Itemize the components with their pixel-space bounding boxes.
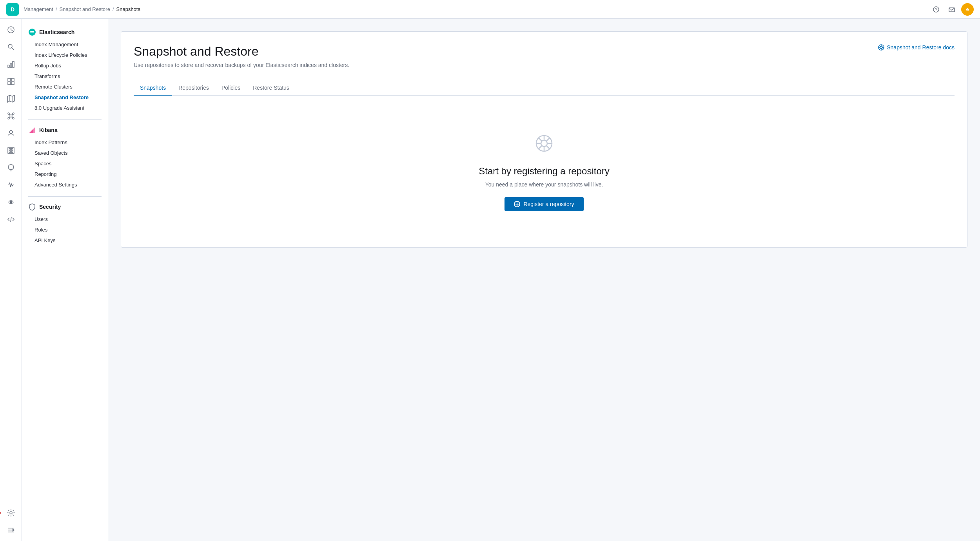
kibana-section-label: Kibana [39,127,58,133]
page-title: Snapshot and Restore [134,44,349,59]
rail-dashboard[interactable] [3,74,19,89]
rail-search[interactable] [3,39,19,55]
svg-rect-38 [30,31,34,32]
sidebar-item-remote-clusters[interactable]: Remote Clusters [22,81,108,92]
tabs-container: Snapshots Repositories Policies Restore … [134,81,955,96]
rail-settings[interactable] [3,505,19,521]
sidebar-section-header-elasticsearch: Elasticsearch [22,25,108,39]
rail-visualize[interactable] [3,56,19,72]
svg-point-33 [10,512,12,514]
rail-clock[interactable] [3,22,19,38]
register-repository-button[interactable]: Register a repository [505,197,583,211]
svg-point-49 [541,140,547,147]
empty-state-title: Start by registering a repository [479,166,609,177]
sidebar-divider-2 [28,196,102,197]
rail-apm[interactable] [3,177,19,193]
rail-menu[interactable] [3,522,19,538]
icon-rail [0,19,22,541]
breadcrumb-snapshot-restore[interactable]: Snapshot and Restore [60,6,110,12]
svg-point-17 [8,113,9,114]
svg-line-56 [546,138,550,141]
breadcrumb: Management / Snapshot and Restore / Snap… [24,6,140,12]
svg-rect-8 [13,62,14,67]
main-content: Snapshot and Restore Use repositories to… [108,19,980,541]
kibana-icon [28,126,36,134]
sidebar-item-advanced-settings[interactable]: Advanced Settings [22,179,108,190]
docs-link[interactable]: Snapshot and Restore docs [878,44,955,51]
sidebar-item-upgrade-assistant[interactable]: 8.0 Upgrade Assistant [22,103,108,113]
svg-text:?: ? [935,7,937,12]
svg-line-32 [11,217,11,222]
svg-line-23 [9,117,10,118]
tab-policies[interactable]: Policies [215,81,247,96]
title-area: Snapshot and Restore Use repositories to… [134,44,349,78]
sidebar-item-saved-objects[interactable]: Saved Objects [22,148,108,158]
svg-rect-30 [11,151,13,152]
rail-settings-container [3,505,19,521]
security-icon [28,203,36,211]
rail-dev-tools[interactable] [3,212,19,227]
register-btn-label: Register a repository [523,201,574,207]
sidebar-item-snapshot-and-restore[interactable]: Snapshot and Restore [22,92,108,103]
svg-line-22 [12,114,13,115]
sidebar-section-kibana: Kibana Index Patterns Saved Objects Spac… [22,123,108,190]
tab-restore-status[interactable]: Restore Status [247,81,296,96]
sidebar-section-security: Security Users Roles API Keys [22,200,108,246]
svg-marker-13 [7,95,15,102]
svg-point-18 [13,113,14,114]
rail-logs[interactable] [3,160,19,176]
sidebar-item-spaces[interactable]: Spaces [22,158,108,169]
svg-marker-41 [29,129,33,133]
sidebar-item-reporting[interactable]: Reporting [22,169,108,179]
rail-ml[interactable] [3,108,19,124]
elasticsearch-icon [28,28,36,36]
breadcrumb-current: Snapshots [116,6,140,12]
sidebar-item-transforms[interactable]: Transforms [22,71,108,81]
sidebar-item-index-patterns[interactable]: Index Patterns [22,137,108,148]
empty-state-subtitle: You need a place where your snapshots wi… [485,181,603,188]
svg-line-5 [12,48,14,50]
svg-line-24 [12,117,13,118]
svg-point-31 [10,201,12,203]
svg-rect-11 [8,82,11,85]
svg-rect-12 [11,82,14,85]
sidebar-divider-1 [28,119,102,120]
svg-rect-39 [30,33,34,33]
svg-line-55 [546,146,550,149]
svg-rect-9 [8,78,11,81]
svg-rect-6 [8,65,9,67]
sidebar-item-users[interactable]: Users [22,214,108,224]
rail-uptime[interactable] [3,194,19,210]
sidebar-section-header-kibana: Kibana [22,123,108,137]
svg-point-25 [9,130,13,134]
svg-point-37 [29,29,36,36]
top-navigation: D Management / Snapshot and Restore / Sn… [0,0,980,19]
tab-repositories[interactable]: Repositories [172,81,215,96]
sidebar-section-elasticsearch: Elasticsearch Index Management Index Lif… [22,25,108,113]
sidebar-item-snapshot-restore-container: Snapshot and Restore [22,92,108,103]
rail-maps[interactable] [3,91,19,107]
user-avatar[interactable]: e [961,3,974,16]
sidebar-item-roles[interactable]: Roles [22,224,108,235]
notifications-button[interactable] [946,3,958,16]
sidebar-item-rollup-jobs[interactable]: Rollup Jobs [22,60,108,71]
svg-line-21 [9,114,10,115]
svg-line-54 [539,138,542,141]
elasticsearch-section-label: Elasticsearch [39,29,74,35]
svg-line-57 [539,146,542,149]
app-logo[interactable]: D [6,3,19,16]
rail-canvas[interactable] [3,143,19,158]
breadcrumb-separator-1: / [56,6,57,12]
help-button[interactable]: ? [930,3,942,16]
svg-point-20 [13,118,14,119]
rail-users[interactable] [3,125,19,141]
content-card: Snapshot and Restore Use repositories to… [121,31,967,248]
sidebar-item-api-keys[interactable]: API Keys [22,235,108,246]
breadcrumb-management[interactable]: Management [24,6,53,12]
tab-snapshots[interactable]: Snapshots [134,81,172,96]
sidebar-item-index-management[interactable]: Index Management [22,39,108,50]
register-btn-icon [514,201,520,207]
security-section-label: Security [39,204,61,210]
breadcrumb-separator-2: / [113,6,114,12]
sidebar-item-index-lifecycle-policies[interactable]: Index Lifecycle Policies [22,50,108,60]
